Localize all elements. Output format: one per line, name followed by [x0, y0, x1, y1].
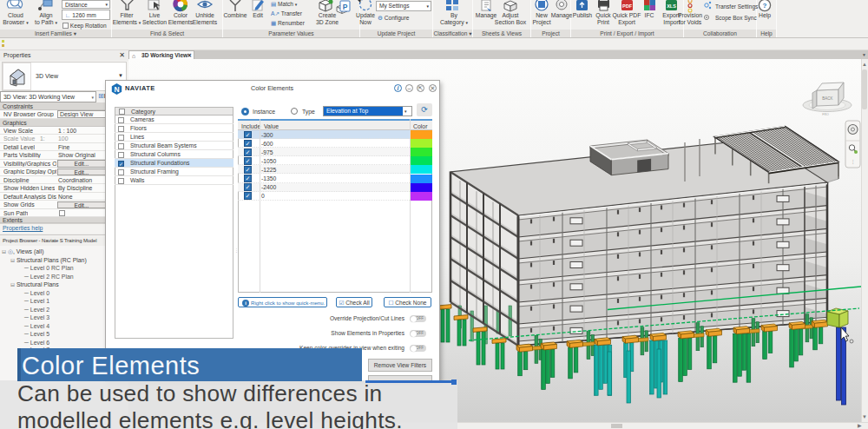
svg-text:XLS: XLS — [667, 3, 676, 9]
svg-text:N: N — [114, 85, 119, 94]
svg-text:BACK: BACK — [822, 96, 832, 101]
svg-text:⋮: ⋮ — [851, 159, 856, 164]
svg-text:P: P — [343, 3, 348, 11]
svg-text:PDF: PDF — [622, 3, 633, 9]
svg-text:FRO: FRO — [822, 113, 829, 116]
svg-text:?: ? — [763, 2, 767, 10]
